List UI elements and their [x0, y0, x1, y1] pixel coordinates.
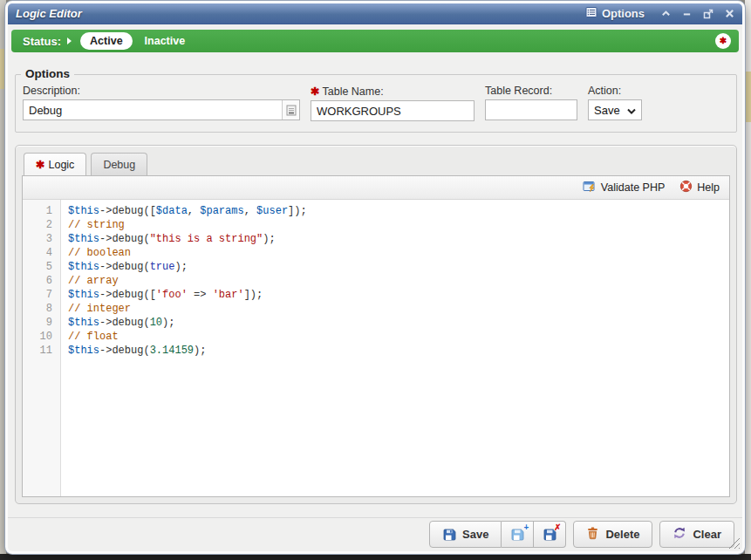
table-name-input[interactable] [311, 100, 474, 121]
code-line[interactable]: // array [68, 274, 729, 288]
minimize-button[interactable] [682, 9, 692, 18]
background-right-accent [745, 72, 751, 122]
list-icon [585, 6, 597, 21]
life-ring-icon [679, 180, 693, 195]
code-line[interactable]: // string [68, 218, 729, 232]
code-line[interactable]: // float [68, 330, 729, 344]
line-number: 5 [23, 260, 60, 274]
editor-content: Validate PHP Help 1234567891011 $this->d… [22, 175, 730, 497]
line-number: 2 [23, 218, 60, 232]
save-icon [442, 528, 456, 542]
required-asterisk-icon: ✱ [36, 158, 44, 171]
validate-php-button[interactable]: Validate PHP [583, 180, 665, 196]
save-and-close-button[interactable]: ✗ [534, 521, 566, 548]
code-line[interactable]: $this->debug(true); [68, 260, 729, 274]
collapse-button[interactable] [661, 9, 671, 18]
background-bottom-strip [0, 554, 751, 560]
required-asterisk-icon: ✱ [311, 85, 319, 98]
save-and-new-button[interactable]: + [502, 521, 534, 548]
footer-divider [8, 517, 742, 518]
delete-button[interactable]: Delete [573, 521, 652, 548]
options-section-legend: Options [21, 67, 74, 80]
popout-button[interactable] [703, 9, 713, 19]
save-label: Save [462, 528, 488, 541]
save-close-icon: ✗ [543, 528, 556, 542]
refresh-icon [672, 526, 686, 543]
code-lines[interactable]: $this->debug([$data, $params, $user]);//… [61, 200, 729, 496]
trash-icon [586, 526, 599, 543]
code-line[interactable]: $this->debug(10); [68, 316, 729, 330]
table-record-label: Table Record: [485, 85, 552, 97]
validate-php-icon [583, 180, 597, 196]
line-number: 1 [23, 204, 60, 218]
status-option-active[interactable]: Active [80, 32, 133, 50]
status-label: Status: [23, 35, 61, 48]
options-section: Options Description: ✱ Table Name: [15, 74, 737, 133]
action-label: Action: [588, 85, 621, 97]
options-menu-button[interactable]: Options [585, 6, 645, 21]
table-record-field: Table Record: [485, 85, 577, 121]
help-button[interactable]: Help [679, 180, 720, 195]
delete-label: Delete [605, 528, 639, 541]
status-bar: Status: Active Inactive ✱ [11, 30, 739, 52]
close-button[interactable] [725, 9, 734, 18]
plus-badge-icon: + [524, 523, 529, 532]
code-line[interactable]: // boolean [68, 246, 729, 260]
line-number: 7 [23, 288, 60, 302]
window-title: Logic Editor [16, 7, 585, 20]
asterisk-icon: ✱ [720, 37, 727, 45]
action-select-value: Save [594, 104, 620, 117]
table-record-input[interactable] [485, 99, 577, 120]
caret-right-icon [67, 38, 72, 44]
save-button-group: Save + ✗ [429, 521, 566, 548]
description-field: Description: [23, 85, 300, 121]
tab-debug[interactable]: Debug [91, 153, 147, 175]
table-name-label: Table Name: [322, 85, 383, 98]
line-number: 4 [23, 246, 60, 260]
save-plus-icon: + [510, 528, 524, 542]
code-line[interactable]: $this->debug("this is a string"); [68, 232, 729, 246]
code-line[interactable]: $this->debug(3.14159); [68, 344, 729, 358]
save-button[interactable]: Save [429, 521, 502, 548]
options-menu-label: Options [602, 7, 645, 20]
editor-toolbar: Validate PHP Help [23, 176, 729, 200]
expand-textarea-button[interactable] [282, 100, 299, 120]
line-number: 8 [23, 302, 60, 316]
titlebar[interactable]: Logic Editor Options [8, 3, 742, 24]
editor-tabs: ✱ Logic Debug [16, 146, 736, 175]
code-line[interactable]: $this->debug([$data, $params, $user]); [68, 204, 729, 218]
help-label: Help [697, 181, 720, 194]
table-name-field: ✱ Table Name: [311, 85, 474, 121]
tab-logic[interactable]: ✱ Logic [24, 153, 86, 175]
action-field: Action: Save [588, 85, 642, 121]
description-input[interactable] [24, 100, 282, 120]
gutter: 1234567891011 [23, 200, 61, 496]
x-badge-icon: ✗ [554, 523, 561, 532]
validate-php-label: Validate PHP [601, 181, 665, 194]
line-number: 11 [23, 344, 60, 358]
status-option-inactive[interactable]: Inactive [145, 35, 186, 47]
code-line[interactable]: // integer [68, 302, 729, 316]
required-indicator-button[interactable]: ✱ [715, 33, 731, 49]
tab-debug-label: Debug [103, 159, 135, 171]
clear-label: Clear [693, 528, 721, 541]
footer-toolbar: Save + ✗ Delete [429, 521, 734, 548]
action-select[interactable]: Save [588, 99, 642, 120]
line-number: 10 [23, 330, 60, 344]
line-number: 6 [23, 274, 60, 288]
description-label: Description: [23, 85, 80, 97]
tab-logic-label: Logic [48, 159, 74, 171]
line-number: 9 [23, 316, 60, 330]
line-number: 3 [23, 232, 60, 246]
code-editor: 1234567891011 $this->debug([$data, $para… [23, 200, 729, 496]
logic-editor-window: Logic Editor Options [5, 1, 745, 554]
editor-panel: ✱ Logic Debug Validate PHP He [15, 145, 737, 504]
code-line[interactable]: $this->debug(['foo' => 'bar']); [68, 288, 729, 302]
chevron-down-icon [627, 104, 636, 117]
clear-button[interactable]: Clear [659, 521, 734, 548]
